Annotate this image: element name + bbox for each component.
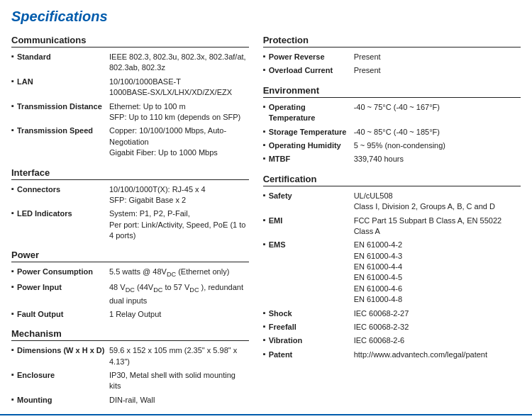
spec-label-led: LED Indicators bbox=[17, 208, 109, 219]
spec-row-storage-temp: ▪ Storage Temperature -40 ~ 85°C (-40 ~ … bbox=[263, 127, 521, 138]
section-protection-title: Protection bbox=[263, 35, 521, 48]
spec-value-standard: IEEE 802.3, 802.3u, 802.3x, 802.3af/at,8… bbox=[109, 52, 249, 74]
bullet: ▪ bbox=[11, 101, 17, 110]
bullet: ▪ bbox=[263, 102, 269, 111]
bullet: ▪ bbox=[263, 216, 269, 224]
spec-label-vibration: Vibration bbox=[269, 335, 354, 346]
spec-value-overload-current: Present bbox=[354, 65, 521, 76]
bullet: ▪ bbox=[263, 240, 269, 248]
spec-value-storage-temp: -40 ~ 85°C (-40 ~ 185°F) bbox=[354, 127, 521, 138]
spec-row-led: ▪ LED Indicators System: P1, P2, P-Fail,… bbox=[11, 208, 249, 241]
bullet: ▪ bbox=[11, 77, 17, 85]
spec-value-lan: 10/100/1000BASE-T1000BASE-SX/LX/LHX/XD/Z… bbox=[109, 77, 249, 99]
spec-row-mtbf: ▪ MTBF 339,740 hours bbox=[263, 154, 521, 164]
spec-row-fault-output: ▪ Fault Output 1 Relay Output bbox=[11, 309, 249, 320]
spec-row-lan: ▪ LAN 10/100/1000BASE-T1000BASE-SX/LX/LH… bbox=[11, 77, 249, 99]
columns: Communications ▪ Standard IEEE 802.3, 80… bbox=[11, 35, 521, 408]
spec-row-safety: ▪ Safety UL/cUL508Class I, Division 2, G… bbox=[263, 191, 521, 213]
spec-label-emi: EMI bbox=[269, 216, 354, 226]
section-environment-title: Environment bbox=[263, 85, 521, 98]
spec-value-patent: http://www.advantech.com/legal/patent bbox=[354, 350, 521, 360]
spec-row-patent: ▪ Patent http://www.advantech.com/legal/… bbox=[263, 350, 521, 360]
spec-row-vibration: ▪ Vibration IEC 60068-2-6 bbox=[263, 335, 521, 346]
spec-row-humidity: ▪ Operating Humidity 5 ~ 95% (non-conden… bbox=[263, 140, 521, 151]
spec-value-connectors: 10/100/1000T(X): RJ-45 x 4SFP: Gigabit B… bbox=[109, 184, 249, 206]
spec-value-op-temp: -40 ~ 75°C (-40 ~ 167°F) bbox=[354, 102, 521, 113]
spec-row-tx-speed: ▪ Transmission Speed Copper: 10/100/1000… bbox=[11, 125, 249, 158]
spec-value-enclosure: IP30, Metal shell with solid mounting ki… bbox=[109, 370, 249, 392]
bullet: ▪ bbox=[11, 309, 17, 318]
page-title: Specifications bbox=[11, 9, 521, 25]
spec-row-shock: ▪ Shock IEC 60068-2-27 bbox=[263, 308, 521, 319]
bullet: ▪ bbox=[263, 322, 269, 330]
spec-label-power-input: Power Input bbox=[17, 282, 109, 293]
spec-value-humidity: 5 ~ 95% (non-condensing) bbox=[354, 140, 521, 151]
spec-label-mtbf: MTBF bbox=[269, 154, 354, 164]
spec-value-led: System: P1, P2, P-Fail,Per port: Link/Ac… bbox=[109, 208, 249, 241]
right-column: Protection ▪ Power Reverse Present ▪ Ove… bbox=[263, 35, 521, 408]
spec-label-patent: Patent bbox=[269, 350, 354, 360]
spec-row-mounting: ▪ Mounting DIN-rail, Wall bbox=[11, 395, 249, 406]
spec-value-dimensions: 59.6 x 152 x 105 mm (2.35" x 5.98" x 4.1… bbox=[109, 345, 249, 367]
main-content: Specifications Communications ▪ Standard… bbox=[0, 0, 532, 419]
spec-row-connectors: ▪ Connectors 10/100/1000T(X): RJ-45 x 4S… bbox=[11, 184, 249, 206]
bullet: ▪ bbox=[11, 395, 17, 403]
spec-value-tx-speed: Copper: 10/100/1000 Mbps, Auto-Negotiati… bbox=[109, 125, 249, 158]
spec-value-power-reverse: Present bbox=[354, 52, 521, 62]
bullet: ▪ bbox=[11, 267, 17, 275]
footer: ADVANTECH Industrial Ethernet Solutions … bbox=[0, 414, 532, 419]
footer-top: ADVANTECH Industrial Ethernet Solutions bbox=[0, 415, 532, 419]
spec-label-standard: Standard bbox=[17, 52, 109, 62]
bullet: ▪ bbox=[263, 140, 269, 149]
spec-label-dimensions: Dimensions (W x H x D) bbox=[17, 345, 109, 356]
bullet: ▪ bbox=[263, 308, 269, 317]
spec-value-power-consumption: 5.5 watts @ 48VDC (Ethernet only) bbox=[109, 267, 249, 279]
spec-label-humidity: Operating Humidity bbox=[269, 140, 354, 151]
spec-label-lan: LAN bbox=[17, 77, 109, 87]
spec-row-freefall: ▪ Freefall IEC 60068-2-32 bbox=[263, 322, 521, 333]
spec-label-power-reverse: Power Reverse bbox=[269, 52, 354, 62]
spec-row-enclosure: ▪ Enclosure IP30, Metal shell with solid… bbox=[11, 370, 249, 392]
spec-label-tx-speed: Transmission Speed bbox=[17, 125, 109, 136]
spec-row-op-temp: ▪ Operating Temperature -40 ~ 75°C (-40 … bbox=[263, 102, 521, 124]
bullet: ▪ bbox=[11, 52, 17, 60]
spec-row-dimensions: ▪ Dimensions (W x H x D) 59.6 x 152 x 10… bbox=[11, 345, 249, 367]
spec-label-tx-distance: Transmission Distance bbox=[17, 101, 109, 112]
section-communications-title: Communications bbox=[11, 35, 249, 48]
spec-row-emi: ▪ EMI FCC Part 15 Subpart B Class A, EN … bbox=[263, 216, 521, 238]
spec-label-safety: Safety bbox=[269, 191, 354, 201]
bullet: ▪ bbox=[263, 191, 269, 199]
spec-label-connectors: Connectors bbox=[17, 184, 109, 195]
spec-label-enclosure: Enclosure bbox=[17, 370, 109, 381]
spec-label-fault-output: Fault Output bbox=[17, 309, 109, 320]
section-mechanism-title: Mechanism bbox=[11, 328, 249, 341]
left-column: Communications ▪ Standard IEEE 802.3, 80… bbox=[11, 35, 263, 408]
spec-row-power-reverse: ▪ Power Reverse Present bbox=[263, 52, 521, 62]
bullet: ▪ bbox=[11, 208, 17, 217]
spec-value-mounting: DIN-rail, Wall bbox=[109, 395, 249, 406]
spec-label-overload-current: Overload Current bbox=[269, 65, 354, 76]
spec-label-ems: EMS bbox=[269, 240, 354, 250]
spec-label-power-consumption: Power Consumption bbox=[17, 267, 109, 277]
spec-row-standard: ▪ Standard IEEE 802.3, 802.3u, 802.3x, 8… bbox=[11, 52, 249, 74]
section-power-title: Power bbox=[11, 250, 249, 262]
spec-row-power-input: ▪ Power Input 48 VDC (44VDC to 57 VDC ),… bbox=[11, 282, 249, 306]
bullet: ▪ bbox=[11, 184, 17, 193]
spec-row-overload-current: ▪ Overload Current Present bbox=[263, 65, 521, 76]
spec-value-shock: IEC 60068-2-27 bbox=[354, 308, 521, 319]
bullet: ▪ bbox=[11, 125, 17, 134]
bullet: ▪ bbox=[263, 65, 269, 74]
spec-value-safety: UL/cUL508Class I, Division 2, Groups A, … bbox=[354, 191, 521, 213]
bullet: ▪ bbox=[263, 127, 269, 135]
spec-label-mounting: Mounting bbox=[17, 395, 109, 406]
section-interface-title: Interface bbox=[11, 167, 249, 180]
spec-value-mtbf: 339,740 hours bbox=[354, 154, 521, 164]
bullet: ▪ bbox=[263, 350, 269, 358]
spec-row-tx-distance: ▪ Transmission Distance Ethernet: Up to … bbox=[11, 101, 249, 123]
bullet: ▪ bbox=[263, 335, 269, 344]
spec-row-ems: ▪ EMS EN 61000-4-2EN 61000-4-3EN 61000-4… bbox=[263, 240, 521, 305]
spec-value-power-input: 48 VDC (44VDC to 57 VDC ), redundant dua… bbox=[109, 282, 249, 306]
spec-value-vibration: IEC 60068-2-6 bbox=[354, 335, 521, 346]
section-certification-title: Certification bbox=[263, 174, 521, 186]
spec-value-fault-output: 1 Relay Output bbox=[109, 309, 249, 320]
